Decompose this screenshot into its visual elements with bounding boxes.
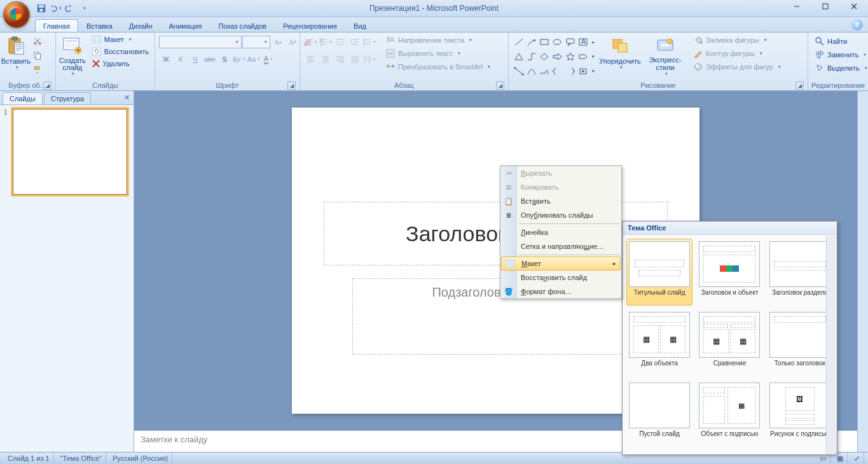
align-right-icon[interactable] xyxy=(333,52,347,66)
thumbnail-1[interactable]: 1 xyxy=(4,109,130,195)
ctx-publish[interactable]: 🗎Опубликовать слайды xyxy=(500,208,621,222)
zoom-fit-icon[interactable]: ⤢ xyxy=(850,453,864,464)
layout-button[interactable]: Макет▾ xyxy=(89,34,152,45)
minimize-button[interactable] xyxy=(782,0,811,13)
font-color-icon[interactable]: A▾ xyxy=(261,52,275,66)
shape-pentagon-icon[interactable] xyxy=(577,50,589,64)
shrink-font-icon[interactable]: A▾ xyxy=(286,35,300,49)
copy-icon[interactable] xyxy=(31,48,45,62)
layout-blank[interactable]: Пустой слайд xyxy=(626,380,692,447)
shape-textbox-icon[interactable]: A xyxy=(577,35,589,49)
layout-section-header[interactable]: Заголовок раздела xyxy=(767,239,833,306)
reset-button[interactable]: Восстановить xyxy=(89,46,152,57)
font-name-combo[interactable]: ▾ xyxy=(159,36,242,48)
tab-insert[interactable]: Вставка xyxy=(78,19,121,32)
ctx-paste[interactable]: 📋Вставить xyxy=(500,194,621,208)
outdent-icon[interactable] xyxy=(333,35,347,49)
smartart-button[interactable]: Преобразовать в SmartArt▾ xyxy=(383,60,493,73)
shapes-scroll-down[interactable]: ▾ xyxy=(589,50,596,64)
tab-slides-thumb[interactable]: Слайды xyxy=(3,92,43,104)
spacing-icon[interactable]: A͟V▾ xyxy=(232,52,246,66)
ctx-format[interactable]: 🪣Формат фона… xyxy=(500,285,621,299)
shape-brace2-icon[interactable] xyxy=(564,64,576,78)
thumb-preview[interactable] xyxy=(13,109,127,195)
shape-diamond-icon[interactable] xyxy=(538,50,550,64)
indent-icon[interactable] xyxy=(348,35,362,49)
shape-ellipse-icon[interactable] xyxy=(551,35,563,49)
select-button[interactable]: Выделить▾ xyxy=(812,62,868,74)
layout-two-content[interactable]: ▦▦Два объекта xyxy=(626,309,692,376)
justify-icon[interactable] xyxy=(348,52,362,66)
office-button[interactable] xyxy=(3,1,30,28)
flyout-scrollbar[interactable] xyxy=(826,236,837,454)
tab-review[interactable]: Рецензирование xyxy=(275,19,345,32)
shape-connector-icon[interactable] xyxy=(513,64,525,78)
shape-brace-icon[interactable] xyxy=(551,64,563,78)
shapes-scroll-up[interactable]: ▴ xyxy=(589,35,596,49)
align-text-button[interactable]: Выровнять текст▾ xyxy=(383,47,493,60)
format-painter-icon[interactable] xyxy=(31,63,45,77)
shape-elbow-icon[interactable] xyxy=(525,50,537,64)
font-launcher[interactable]: ◢ xyxy=(287,81,296,90)
font-size-combo[interactable]: ▾ xyxy=(242,36,270,48)
bold-icon[interactable]: Ж xyxy=(159,52,173,66)
layout-title-content[interactable]: Заголовок и объект xyxy=(696,239,762,306)
paragraph-launcher[interactable]: ◢ xyxy=(496,81,504,90)
undo-icon[interactable]: ▾ xyxy=(49,2,62,15)
layout-content-caption[interactable]: ▦Объект с подписью xyxy=(696,380,762,447)
layout-picture-caption[interactable]: 🖼Рисунок с подписью xyxy=(767,380,833,447)
case-icon[interactable]: Aa▾ xyxy=(247,52,261,66)
shape-callout-icon[interactable] xyxy=(564,35,576,49)
italic-icon[interactable]: К xyxy=(174,52,188,66)
tab-animation[interactable]: Анимация xyxy=(161,19,210,32)
shape-freeform-icon[interactable] xyxy=(538,64,550,78)
status-theme[interactable]: "Тема Office" xyxy=(57,453,106,464)
ctx-grid[interactable]: Сетка и направляющие… xyxy=(500,239,621,253)
tab-design[interactable]: Дизайн xyxy=(121,19,161,32)
shape-curve-icon[interactable] xyxy=(525,64,537,78)
layout-title-slide[interactable]: Титульный слайд xyxy=(626,239,692,306)
status-slide[interactable]: Слайд 1 из 1 xyxy=(4,453,54,464)
linespacing-icon[interactable]: ▾ xyxy=(362,35,376,49)
text-direction-button[interactable]: ⅡAНаправление текста▾ xyxy=(383,34,493,46)
ctx-ruler[interactable]: Линейка xyxy=(500,225,621,239)
shape-fill-button[interactable]: Заливка фигуры▾ xyxy=(691,34,784,46)
delete-button[interactable]: Удалить xyxy=(89,58,152,69)
maximize-button[interactable] xyxy=(811,0,839,13)
clipboard-launcher[interactable]: ◢ xyxy=(43,81,52,90)
replace-button[interactable]: abЗаменить▾ xyxy=(812,48,868,61)
save-icon[interactable] xyxy=(35,2,48,15)
vertical-scrollbar[interactable] xyxy=(857,91,868,452)
cut-icon[interactable] xyxy=(31,34,45,48)
tab-outline[interactable]: Структура xyxy=(44,92,91,104)
paste-button[interactable]: Вставить▾ xyxy=(3,34,29,77)
shape-triangle-icon[interactable] xyxy=(513,50,525,64)
shape-line-icon[interactable] xyxy=(513,35,525,49)
panel-close-icon[interactable]: ✕ xyxy=(124,94,130,102)
shape-action-icon[interactable] xyxy=(577,64,589,78)
ctx-copy[interactable]: ⧉Копировать xyxy=(500,180,621,194)
grow-font-icon[interactable]: A▴ xyxy=(271,35,285,49)
drawing-launcher[interactable]: ◢ xyxy=(796,81,804,90)
numbering-icon[interactable]: 123▾ xyxy=(319,35,333,49)
underline-icon[interactable]: Ч xyxy=(188,52,202,66)
align-center-icon[interactable] xyxy=(319,52,333,66)
quick-styles-button[interactable]: Экспресс-стили▾ xyxy=(642,34,688,77)
layout-title-only[interactable]: Только заголовок xyxy=(767,309,833,376)
help-icon[interactable]: ? xyxy=(851,19,863,31)
ctx-cut[interactable]: ✂Вырезать xyxy=(500,166,621,180)
bullets-icon[interactable]: ▾ xyxy=(304,35,318,49)
shape-effects-button[interactable]: Эффекты для фигур▾ xyxy=(691,60,784,73)
strike-icon[interactable]: abc xyxy=(203,52,217,66)
shape-arrow-icon[interactable] xyxy=(525,35,537,49)
tab-slideshow[interactable]: Показ слайдов xyxy=(210,19,275,32)
ctx-layout[interactable]: Макет xyxy=(501,257,621,271)
shape-star-icon[interactable] xyxy=(564,50,576,64)
align-left-icon[interactable] xyxy=(304,52,318,66)
columns-icon[interactable]: ▾ xyxy=(362,52,376,66)
shape-rect-icon[interactable] xyxy=(538,35,550,49)
new-slide-button[interactable]: Создать слайд▾ xyxy=(59,34,86,77)
shapes-more[interactable]: ▾ xyxy=(589,64,596,78)
tab-view[interactable]: Вид xyxy=(345,19,375,32)
layout-comparison[interactable]: ▦▦Сравнение xyxy=(696,309,762,376)
